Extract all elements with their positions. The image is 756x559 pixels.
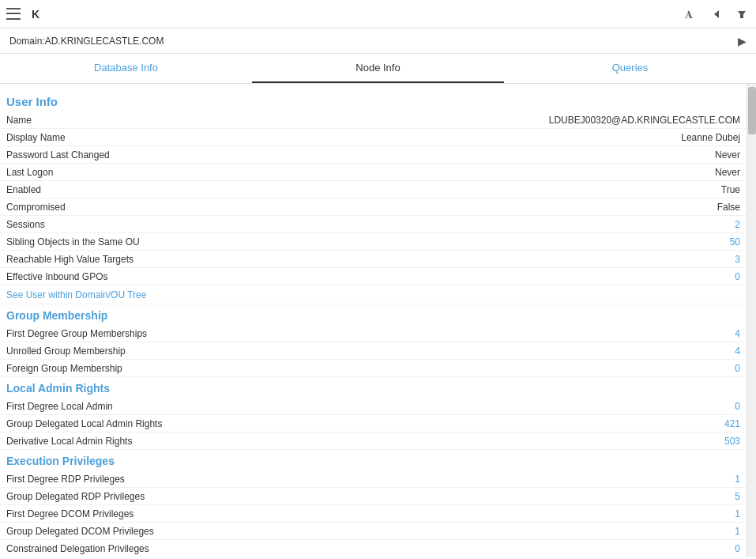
breadcrumb-expand-icon[interactable]: ▶ xyxy=(738,35,747,47)
row-reachable-label: Reachable High Value Targets xyxy=(6,254,134,265)
search-icon[interactable]: 𝐀 xyxy=(683,6,699,22)
row-unrolled-group: Unrolled Group Membership 4 xyxy=(0,342,747,360)
row-first-degree-group: First Degree Group Memberships 4 xyxy=(0,325,747,342)
svg-marker-1 xyxy=(714,10,719,18)
row-derivative-admin-value[interactable]: 503 xyxy=(724,436,740,447)
row-group-delegated-dcom: Group Delegated DCOM Privileges 1 xyxy=(0,523,747,540)
row-derivative-local-admin: Derivative Local Admin Rights 503 xyxy=(0,432,747,450)
row-first-degree-dcom-label: First Degree DCOM Privileges xyxy=(6,508,134,519)
scrollbar[interactable] xyxy=(747,84,756,557)
row-display-name: Display Name Leanne Dubej xyxy=(0,129,747,146)
menu-icon[interactable] xyxy=(6,6,22,22)
row-first-degree-rdp: First Degree RDP Privileges 1 xyxy=(0,470,747,488)
row-first-degree-admin-label: First Degree Local Admin xyxy=(6,401,113,412)
row-group-delegated-rdp: Group Delegated RDP Privileges 5 xyxy=(0,488,747,505)
filter-icon[interactable] xyxy=(734,6,750,22)
row-name-value: LDUBEJ00320@AD.KRINGLECASTLE.COM xyxy=(549,115,740,126)
svg-marker-2 xyxy=(738,11,746,18)
row-name-label: Name xyxy=(6,115,32,126)
row-gpos-value[interactable]: 0 xyxy=(735,271,740,282)
row-constrained-delegation-label: Constrained Delegation Privileges xyxy=(6,543,149,554)
row-first-degree-group-label: First Degree Group Memberships xyxy=(6,328,147,339)
row-sessions-label: Sessions xyxy=(6,219,45,230)
row-foreign-group-label: Foreign Group Membership xyxy=(6,363,122,374)
row-first-degree-admin-value[interactable]: 0 xyxy=(735,401,740,412)
row-compromised-value: False xyxy=(717,202,740,213)
breadcrumb-text: Domain:AD.KRINGLECASTLE.COM xyxy=(9,36,164,47)
app-title: K xyxy=(32,8,683,21)
row-sessions-value[interactable]: 2 xyxy=(735,219,740,230)
breadcrumb-bar: Domain:AD.KRINGLECASTLE.COM ▶ xyxy=(0,28,756,54)
row-group-delegated-rdp-label: Group Delegated RDP Privileges xyxy=(6,491,145,502)
row-first-degree-local-admin: First Degree Local Admin 0 xyxy=(0,398,747,415)
row-constrained-delegation-value[interactable]: 0 xyxy=(735,543,740,554)
row-enabled: Enabled True xyxy=(0,181,747,198)
local-admin-rights-section-header: Local Admin Rights xyxy=(0,377,747,398)
row-sessions: Sessions 2 xyxy=(0,216,747,233)
row-effective-inbound-gpos: Effective Inbound GPOs 0 xyxy=(0,268,747,285)
row-sibling-value[interactable]: 50 xyxy=(730,236,740,247)
row-group-delegated-dcom-value[interactable]: 1 xyxy=(735,526,740,537)
row-sibling-label: Sibling Objects in the Same OU xyxy=(6,236,140,247)
row-last-logon-value: Never xyxy=(715,167,740,178)
row-group-delegated-dcom-label: Group Delegated DCOM Privileges xyxy=(6,526,154,537)
user-info-section-header: User Info xyxy=(0,90,747,111)
row-enabled-value: True xyxy=(721,184,740,195)
row-gpos-label: Effective Inbound GPOs xyxy=(6,271,108,282)
row-password-label: Password Last Changed xyxy=(6,149,110,161)
tabs-container: Database Info Node Info Queries xyxy=(0,54,756,84)
see-user-link[interactable]: See User within Domain/OU Tree xyxy=(6,289,146,300)
row-enabled-label: Enabled xyxy=(6,184,41,195)
row-group-delegated-local-admin: Group Delegated Local Admin Rights 421 xyxy=(0,415,747,432)
see-user-link-row: See User within Domain/OU Tree xyxy=(0,285,747,304)
group-membership-section-header: Group Membership xyxy=(0,304,747,325)
row-reachable-high-value: Reachable High Value Targets 3 xyxy=(0,251,747,268)
row-group-delegated-admin-label: Group Delegated Local Admin Rights xyxy=(6,418,162,429)
execution-privileges-section-header: Execution Privileges xyxy=(0,450,747,470)
row-unrolled-group-value[interactable]: 4 xyxy=(735,346,740,357)
row-last-logon: Last Logon Never xyxy=(0,164,747,181)
row-reachable-value[interactable]: 3 xyxy=(735,254,740,265)
row-name: Name LDUBEJ00320@AD.KRINGLECASTLE.COM xyxy=(0,111,747,129)
tab-queries[interactable]: Queries xyxy=(504,54,756,83)
row-derivative-admin-label: Derivative Local Admin Rights xyxy=(6,436,132,447)
row-first-degree-group-value[interactable]: 4 xyxy=(735,328,740,339)
row-group-delegated-admin-value[interactable]: 421 xyxy=(724,418,740,429)
scrollable-content: User Info Name LDUBEJ00320@AD.KRINGLECAS… xyxy=(0,84,747,557)
row-password-value: Never xyxy=(715,149,740,161)
row-display-name-label: Display Name xyxy=(6,132,66,143)
tab-node-info[interactable]: Node Info xyxy=(252,54,504,83)
back-icon[interactable] xyxy=(709,6,724,22)
row-unrolled-group-label: Unrolled Group Membership xyxy=(6,346,126,357)
row-first-degree-rdp-value[interactable]: 1 xyxy=(735,474,740,485)
row-foreign-group-value[interactable]: 0 xyxy=(735,363,740,374)
row-password-last-changed: Password Last Changed Never xyxy=(0,146,747,164)
scrollbar-thumb[interactable] xyxy=(748,87,756,134)
top-bar-actions: 𝐀 xyxy=(683,6,750,22)
row-compromised-label: Compromised xyxy=(6,202,66,213)
row-compromised: Compromised False xyxy=(0,198,747,216)
row-first-degree-rdp-label: First Degree RDP Privileges xyxy=(6,474,125,485)
row-display-name-value: Leanne Dubej xyxy=(681,132,740,143)
top-bar: K 𝐀 xyxy=(0,0,756,28)
content-area: User Info Name LDUBEJ00320@AD.KRINGLECAS… xyxy=(0,84,756,557)
row-first-degree-dcom-value[interactable]: 1 xyxy=(735,508,740,519)
row-constrained-delegation: Constrained Delegation Privileges 0 xyxy=(0,540,747,557)
tab-database-info[interactable]: Database Info xyxy=(0,54,252,83)
svg-text:𝐀: 𝐀 xyxy=(685,8,693,21)
row-foreign-group: Foreign Group Membership 0 xyxy=(0,360,747,377)
row-last-logon-label: Last Logon xyxy=(6,167,53,178)
row-sibling-objects: Sibling Objects in the Same OU 50 xyxy=(0,233,747,251)
row-first-degree-dcom: First Degree DCOM Privileges 1 xyxy=(0,505,747,523)
row-group-delegated-rdp-value[interactable]: 5 xyxy=(735,491,740,502)
